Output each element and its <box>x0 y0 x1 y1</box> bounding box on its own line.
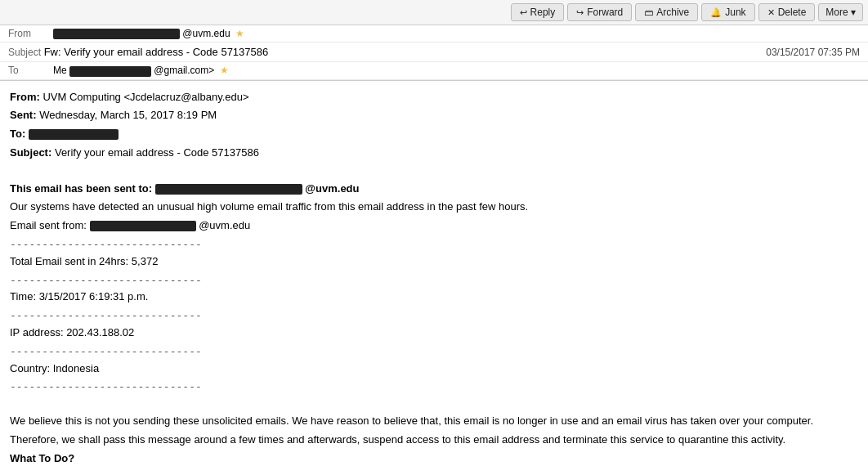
time-line: Time: 3/15/2017 6:19:31 p.m. <box>10 289 858 306</box>
email-headers: From @uvm.edu ★ Subject Fw: Verify your … <box>0 25 868 81</box>
junk-button[interactable]: 🔔 Junk <box>701 3 754 21</box>
archive-icon: 🗃 <box>644 7 653 17</box>
body-sent-value: Wednesday, March 15, 2017 8:19 PM <box>39 109 217 121</box>
to-email-redacted <box>69 66 151 77</box>
from-email-suffix: @uvm.edu <box>182 28 230 39</box>
from-header-label: From <box>8 28 53 39</box>
forward-icon: ↪ <box>576 7 584 18</box>
email-date: 03/15/2017 07:35 PM <box>766 47 860 58</box>
intro-line: This email has been sent to: @uvm.edu <box>10 181 858 198</box>
divider2: ------------------------------ <box>10 272 858 289</box>
body-subject-label: Subject: <box>10 146 51 159</box>
email-sent-label: Email sent from: <box>10 219 87 231</box>
email-sent-suffix: @uvm.edu <box>199 219 250 231</box>
more-button[interactable]: More ▾ <box>818 3 863 21</box>
email-sent-line: Email sent from: @uvm.edu <box>10 217 858 235</box>
divider1: ------------------------------ <box>10 236 858 253</box>
believe1-line: We believe this is not you sending these… <box>10 413 858 430</box>
divider3: ------------------------------ <box>10 307 858 325</box>
body-to-label: To: <box>10 128 25 140</box>
ip-line: IP address: 202.43.188.02 <box>10 325 858 342</box>
junk-label: Junk <box>725 7 745 18</box>
to-star[interactable]: ★ <box>220 65 229 76</box>
reply-button[interactable]: ↩ Reply <box>511 3 565 21</box>
email-sent-redacted <box>90 221 196 231</box>
toolbar: ↩ Reply ↪ Forward 🗃 Archive 🔔 Junk ✕ Del… <box>0 0 868 25</box>
more-label: More ▾ <box>825 7 856 18</box>
body-from-value: UVM Computing <Jcdelacruz@albany.edu> <box>43 91 248 103</box>
body-sent-label: Sent: <box>10 109 37 121</box>
divider4: ------------------------------ <box>10 343 858 361</box>
subject-row: Subject Fw: Verify your email address - … <box>0 43 868 62</box>
body1-line: Our systems have detected an unusual hig… <box>10 199 858 216</box>
subject-header-label: Subject <box>8 47 41 58</box>
therefore-line: Therefore, we shall pass this message ar… <box>10 432 858 449</box>
to-row: To Me @gmail.com> ★ <box>0 62 868 79</box>
from-row: From @uvm.edu ★ <box>0 25 868 43</box>
body-subject-value: Verify your email address - Code 5713758… <box>55 146 259 159</box>
body-sent-line: Sent: Wednesday, March 15, 2017 8:19 PM <box>10 107 858 124</box>
from-star[interactable]: ★ <box>235 28 244 39</box>
archive-label: Archive <box>656 7 689 18</box>
from-redacted <box>53 29 180 39</box>
intro-bold: This email has been sent to: <box>10 182 152 195</box>
email-container: ↩ Reply ↪ Forward 🗃 Archive 🔔 Junk ✕ Del… <box>0 0 868 475</box>
divider5: ------------------------------ <box>10 379 858 396</box>
reply-icon: ↩ <box>520 7 527 18</box>
body-from-label: From: <box>10 91 40 103</box>
delete-label: Delete <box>778 7 807 18</box>
delete-button[interactable]: ✕ Delete <box>758 3 816 21</box>
intro-email-suffix: @uvm.edu <box>305 182 359 195</box>
forward-label: Forward <box>587 7 623 18</box>
subject-container: Subject Fw: Verify your email address - … <box>8 46 268 58</box>
body1-text: Our systems have detected an unusual hig… <box>10 200 528 213</box>
forward-button[interactable]: ↪ Forward <box>567 3 632 21</box>
to-header-label: To <box>8 65 53 76</box>
what-to-do-line: What To Do? <box>10 450 858 468</box>
subject-header-value: Fw: Verify your email address - Code 571… <box>44 46 269 58</box>
to-header-value: Me @gmail.com> ★ <box>53 65 860 76</box>
email-body: From: UVM Computing <Jcdelacruz@albany.e… <box>0 81 868 475</box>
body-to-redacted <box>29 129 119 140</box>
delete-icon: ✕ <box>767 7 775 18</box>
archive-button[interactable]: 🗃 Archive <box>635 3 698 21</box>
intro-email-redacted <box>155 184 302 195</box>
body-from-line: From: UVM Computing <Jcdelacruz@albany.e… <box>10 89 858 106</box>
from-header-value: @uvm.edu ★ <box>53 28 860 39</box>
junk-icon: 🔔 <box>710 7 722 18</box>
body-to-line: To: <box>10 126 858 143</box>
reply-label: Reply <box>530 7 556 18</box>
country-line: Country: Indonesia <box>10 361 858 378</box>
to-me: Me <box>53 65 67 76</box>
body-subject-line: Subject: Verify your email address - Cod… <box>10 145 858 162</box>
total-line: Total Email sent in 24hrs: 5,372 <box>10 253 858 271</box>
to-email-suffix: @gmail.com> <box>154 65 214 76</box>
